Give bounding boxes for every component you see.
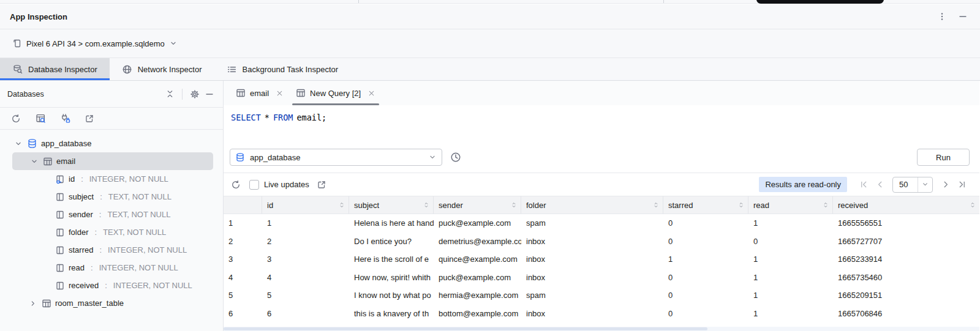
chevron-down-icon[interactable] <box>12 157 39 166</box>
table-cell[interactable]: 3 <box>262 250 349 269</box>
hide-panel-icon[interactable] <box>202 87 217 102</box>
table-cell[interactable]: 5 <box>262 286 349 305</box>
next-page-icon[interactable] <box>938 177 954 193</box>
table-cell[interactable]: 1665209151 <box>833 286 979 305</box>
table-cell[interactable]: hermia@example.com <box>434 286 521 305</box>
table-cell[interactable]: inbox <box>521 269 663 287</box>
tab-network-inspector[interactable]: Network Inspector <box>110 58 214 80</box>
scrollbar-thumb[interactable] <box>224 327 707 330</box>
run-button[interactable]: Run <box>917 149 970 166</box>
table-cell[interactable]: 1 <box>748 269 833 287</box>
table-cell[interactable]: 1 <box>663 250 748 269</box>
table-cell[interactable]: 0 <box>663 214 748 232</box>
table-cell[interactable]: spam <box>521 286 663 305</box>
chevron-right-icon[interactable] <box>28 299 38 308</box>
table-cell[interactable]: 1 <box>748 305 833 323</box>
tab-new-query[interactable]: New Query [2] <box>290 81 382 105</box>
table-cell[interactable]: bottom@example.com <box>434 305 521 323</box>
table-cell[interactable]: 1665233914 <box>833 250 979 269</box>
table-cell[interactable]: inbox <box>521 250 663 269</box>
tree-node-app-database[interactable]: app_database <box>0 135 223 152</box>
live-updates-checkbox[interactable] <box>249 180 259 190</box>
table-cell[interactable]: 1 <box>748 250 833 269</box>
chevron-down-icon[interactable] <box>13 139 23 148</box>
tree-node-column[interactable]: received : INTEGER, NOT NULL <box>0 277 223 294</box>
tree-node-room-master-table[interactable]: room_master_table <box>0 294 223 312</box>
tree-node-column[interactable]: starred : INTEGER, NOT NULL <box>0 241 223 259</box>
tab-email-results[interactable]: email <box>230 81 290 105</box>
table-cell[interactable]: 0 <box>748 232 833 251</box>
table-cell[interactable]: quince@example.com <box>434 250 521 269</box>
table-cell[interactable]: inbox <box>521 305 663 323</box>
column-header-id[interactable]: id <box>262 196 349 214</box>
refresh-icon[interactable] <box>9 111 23 126</box>
tab-background-task-inspector[interactable]: Background Task Inspector <box>214 58 351 80</box>
table-cell[interactable]: 3 <box>224 250 262 269</box>
minimize-icon[interactable] <box>956 9 970 24</box>
column-header-starred[interactable]: starred <box>663 196 748 214</box>
table-cell[interactable]: puck@example.com <box>434 269 521 287</box>
keep-connections-open-icon[interactable] <box>58 111 72 126</box>
column-header-received[interactable]: received <box>833 196 979 214</box>
table-cell[interactable]: puck@example.com <box>434 214 521 232</box>
table-cell[interactable]: 1665727707 <box>833 232 979 251</box>
table-cell[interactable]: 1665706846 <box>833 305 979 323</box>
table-cell[interactable]: 2 <box>262 232 349 251</box>
table-cell[interactable]: I know not by what po <box>349 286 434 305</box>
close-icon[interactable] <box>368 89 375 97</box>
table-cell[interactable]: 4 <box>224 269 262 287</box>
table-cell[interactable]: 0 <box>663 232 748 251</box>
tab-database-inspector[interactable]: Database Inspector <box>0 58 110 80</box>
table-cell[interactable]: demetrius@example.com <box>434 232 521 251</box>
table-cell[interactable]: 6 <box>224 305 262 323</box>
table-cell[interactable]: inbox <box>521 232 663 251</box>
table-cell[interactable]: 5 <box>224 286 262 305</box>
export-results-icon[interactable] <box>317 180 326 190</box>
table-cell[interactable]: 0 <box>663 269 748 287</box>
table-cell[interactable]: spam <box>521 214 663 232</box>
table-cell[interactable]: 1 <box>748 286 833 305</box>
close-icon[interactable] <box>276 89 284 97</box>
tree-node-email-table[interactable]: email <box>12 152 213 170</box>
last-page-icon[interactable] <box>954 177 970 193</box>
table-cell[interactable]: 2 <box>224 232 262 251</box>
more-options-icon[interactable] <box>935 9 949 24</box>
table-cell[interactable]: 1 <box>262 214 349 232</box>
gear-icon[interactable] <box>187 87 202 102</box>
tree-node-column[interactable]: id : INTEGER, NOT NULL <box>0 170 223 188</box>
tree-node-column[interactable]: read : INTEGER, NOT NULL <box>0 259 223 277</box>
previous-page-icon[interactable] <box>872 177 888 193</box>
collapse-all-icon[interactable] <box>162 87 177 102</box>
table-cell[interactable]: 0 <box>663 286 748 305</box>
tree-node-column[interactable]: folder : TEXT, NOT NULL <box>0 223 223 241</box>
table-cell[interactable]: Here is the scroll of e <box>349 250 434 269</box>
first-page-icon[interactable] <box>856 177 872 193</box>
table-cell[interactable]: 1665556551 <box>833 214 979 232</box>
cell-value: 1665209151 <box>838 291 882 300</box>
table-cell[interactable]: 6 <box>262 305 349 323</box>
table-cell[interactable]: 0 <box>663 305 748 323</box>
table-cell[interactable]: 1 <box>224 214 262 232</box>
column-header-read[interactable]: read <box>748 196 833 214</box>
column-header-folder[interactable]: folder <box>521 196 663 214</box>
sql-query-editor[interactable]: SELECT*FROMemail; <box>224 105 979 142</box>
horizontal-scrollbar[interactable] <box>224 327 979 331</box>
table-cell[interactable]: How now, spirit! whith <box>349 269 434 287</box>
column-header-subject[interactable]: subject <box>349 196 434 214</box>
table-cell[interactable]: Helena is here at hand <box>349 214 434 232</box>
device-process-dropdown[interactable]: Pixel 6 API 34 > com.example.sqldemo <box>9 34 181 53</box>
table-cell[interactable]: 4 <box>262 269 349 287</box>
query-table-icon[interactable] <box>33 111 48 126</box>
column-header-sender[interactable]: sender <box>434 196 521 214</box>
database-selector-dropdown[interactable]: app_database <box>230 149 442 166</box>
page-size-dropdown[interactable]: 50 <box>892 177 933 193</box>
query-history-icon[interactable] <box>447 149 464 166</box>
tree-node-column[interactable]: sender : TEXT, NOT NULL <box>0 206 223 223</box>
table-cell[interactable]: this is a knavery of th <box>349 305 434 323</box>
table-cell[interactable]: 1665735460 <box>833 269 979 287</box>
table-cell[interactable]: Do I entice you? <box>349 232 434 251</box>
table-cell[interactable]: 1 <box>748 214 833 232</box>
refresh-results-icon[interactable] <box>231 180 241 190</box>
open-new-tab-icon[interactable] <box>82 111 97 126</box>
tree-node-column[interactable]: subject : TEXT, NOT NULL <box>0 188 223 206</box>
